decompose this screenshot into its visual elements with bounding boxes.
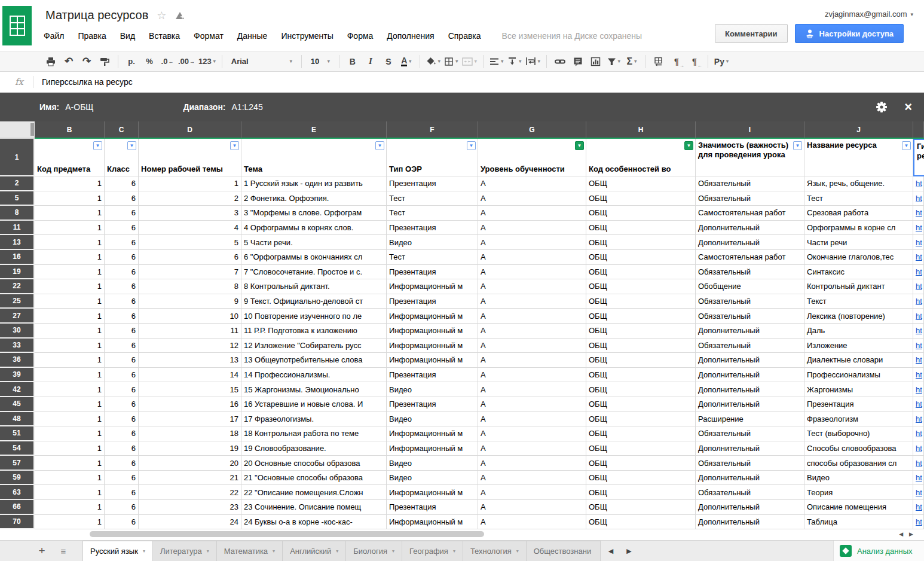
- cell-D30[interactable]: 11: [139, 324, 241, 339]
- cell-H16[interactable]: ОБЩ: [586, 250, 696, 265]
- column-header-G[interactable]: G: [478, 121, 586, 139]
- cell-G70[interactable]: А: [478, 515, 586, 529]
- increase-decimal-button[interactable]: .00→: [178, 54, 195, 69]
- cell-B70[interactable]: 1: [35, 515, 105, 529]
- cell-G63[interactable]: А: [478, 485, 586, 500]
- horizontal-align-button[interactable]: ▾: [489, 54, 504, 69]
- vertical-align-button[interactable]: ▾: [507, 54, 522, 69]
- range-ref-input[interactable]: A1:L245: [232, 102, 263, 112]
- tabs-scroll-left-icon[interactable]: ◀: [608, 547, 613, 555]
- text-wrap-button[interactable]: ▾: [525, 54, 540, 69]
- cell-E54[interactable]: 19 Словообразование.: [241, 441, 387, 456]
- cell-I27[interactable]: Обязательный: [696, 309, 804, 324]
- text-color-button[interactable]: A▾: [399, 54, 414, 69]
- cell-I39[interactable]: Дополнительный: [696, 368, 804, 383]
- cell-F16[interactable]: Тест: [387, 250, 478, 265]
- menu-item-9[interactable]: Справка: [448, 31, 481, 41]
- gear-icon[interactable]: [876, 101, 888, 113]
- cell-F36[interactable]: Информационный м: [387, 353, 478, 368]
- cell-G27[interactable]: А: [478, 309, 586, 324]
- cell-B39[interactable]: 1: [35, 368, 105, 383]
- column-header-J[interactable]: J: [804, 121, 913, 139]
- cell-J25[interactable]: Текст: [804, 294, 913, 309]
- cell-D8[interactable]: 3: [139, 206, 241, 221]
- cell-F5[interactable]: Тест: [387, 191, 478, 206]
- cell-D22[interactable]: 8: [139, 279, 241, 294]
- insert-link-button[interactable]: [553, 54, 567, 69]
- cell-J45[interactable]: Презентация: [804, 397, 913, 412]
- cell-G5[interactable]: А: [478, 191, 586, 206]
- cell-H27[interactable]: ОБЩ: [586, 309, 696, 324]
- cell-I25[interactable]: Обязательный: [696, 294, 804, 309]
- sheet-tab-6[interactable]: Технология▾: [463, 541, 527, 561]
- cell-H25[interactable]: ОБЩ: [586, 294, 696, 309]
- column-header-E[interactable]: E: [241, 121, 387, 139]
- cell-H57[interactable]: ОБЩ: [586, 456, 696, 471]
- decrease-decimal-button[interactable]: .0←: [160, 54, 175, 69]
- cell-J57[interactable]: способы образования сл: [804, 456, 913, 471]
- row-header-48[interactable]: 48: [0, 412, 35, 427]
- scroll-right-icon[interactable]: ▶: [909, 531, 919, 537]
- cell-I5[interactable]: Обязательный: [696, 191, 804, 206]
- cell-D45[interactable]: 16: [139, 397, 241, 412]
- cell-C70[interactable]: 6: [105, 515, 139, 529]
- cell-F51[interactable]: Информационный м: [387, 426, 478, 441]
- horizontal-scrollbar[interactable]: [90, 531, 484, 537]
- sheet-tab-5[interactable]: География▾: [402, 541, 463, 561]
- cell-C33[interactable]: 6: [105, 339, 139, 353]
- cell-B59[interactable]: 1: [35, 471, 105, 486]
- filter-dropdown-icon-E[interactable]: ▼: [375, 141, 384, 150]
- cell-H36[interactable]: ОБЩ: [586, 353, 696, 368]
- cell-I66[interactable]: Дополнительный: [696, 500, 804, 515]
- cell-E51[interactable]: 18 Контрольная работа по теме: [241, 426, 387, 441]
- row-header-59[interactable]: 59: [0, 471, 35, 486]
- cell-C63[interactable]: 6: [105, 485, 139, 500]
- row-header-51[interactable]: 51: [0, 426, 35, 441]
- cell-I16[interactable]: Самостоятельная работ: [696, 250, 804, 265]
- undo-button[interactable]: ↶: [62, 54, 76, 69]
- row-header-2[interactable]: 2: [0, 176, 35, 191]
- cell-E48[interactable]: 17 Фразеологизмы.: [241, 412, 387, 427]
- cell-K1[interactable]: Ги ре: [913, 139, 924, 176]
- cell-D51[interactable]: 18: [139, 426, 241, 441]
- cell-B27[interactable]: 1: [35, 309, 105, 324]
- cell-F63[interactable]: Информационный м: [387, 485, 478, 500]
- font-family-select[interactable]: Arial▾: [227, 54, 297, 69]
- cell-I13[interactable]: Дополнительный: [696, 235, 804, 250]
- cell-H42[interactable]: ОБЩ: [586, 382, 696, 397]
- cell-K66[interactable]: ht: [913, 500, 924, 515]
- cell-D16[interactable]: 6: [139, 250, 241, 265]
- cell-K63[interactable]: ht: [913, 485, 924, 500]
- cell-J66[interactable]: Описание помещения: [804, 500, 913, 515]
- cell-F25[interactable]: Презентация: [387, 294, 478, 309]
- sheet-tab-1[interactable]: Литература▾: [152, 541, 217, 561]
- filter-dropdown-icon-F[interactable]: ▼: [467, 141, 476, 150]
- cell-D13[interactable]: 5: [139, 235, 241, 250]
- cell-I57[interactable]: Обязательный: [696, 456, 804, 471]
- cell-I45[interactable]: Дополнительный: [696, 397, 804, 412]
- cell-F30[interactable]: Информационный м: [387, 324, 478, 339]
- column-header-I[interactable]: I: [696, 121, 804, 139]
- cell-J8[interactable]: Срезовая работа: [804, 206, 913, 221]
- cell-G19[interactable]: А: [478, 265, 586, 280]
- cell-G1[interactable]: Уровень обученности▼: [478, 139, 586, 176]
- cell-G36[interactable]: А: [478, 353, 586, 368]
- column-header-C[interactable]: C: [105, 121, 139, 139]
- cell-F8[interactable]: Тест: [387, 206, 478, 221]
- cell-C57[interactable]: 6: [105, 456, 139, 471]
- cell-K5[interactable]: ht: [913, 191, 924, 206]
- cell-H51[interactable]: ОБЩ: [586, 426, 696, 441]
- cell-K25[interactable]: ht: [913, 294, 924, 309]
- cell-B1[interactable]: Код предмета▼: [35, 139, 105, 176]
- all-sheets-button[interactable]: ≡: [53, 541, 74, 561]
- cell-E57[interactable]: 20 Основные способы образова: [241, 456, 387, 471]
- row-header-70[interactable]: 70: [0, 515, 35, 529]
- sheet-tab-0[interactable]: Русский язык▾: [82, 541, 153, 561]
- cell-C13[interactable]: 6: [105, 235, 139, 250]
- percent-format-button[interactable]: %: [142, 54, 157, 69]
- italic-button[interactable]: I: [363, 54, 378, 69]
- cell-J2[interactable]: Язык, речь, общение.: [804, 176, 913, 191]
- cell-G45[interactable]: А: [478, 397, 586, 412]
- cell-K8[interactable]: ht: [913, 206, 924, 221]
- account-menu[interactable]: zvjaginmax@gmail.com ▾: [825, 10, 913, 19]
